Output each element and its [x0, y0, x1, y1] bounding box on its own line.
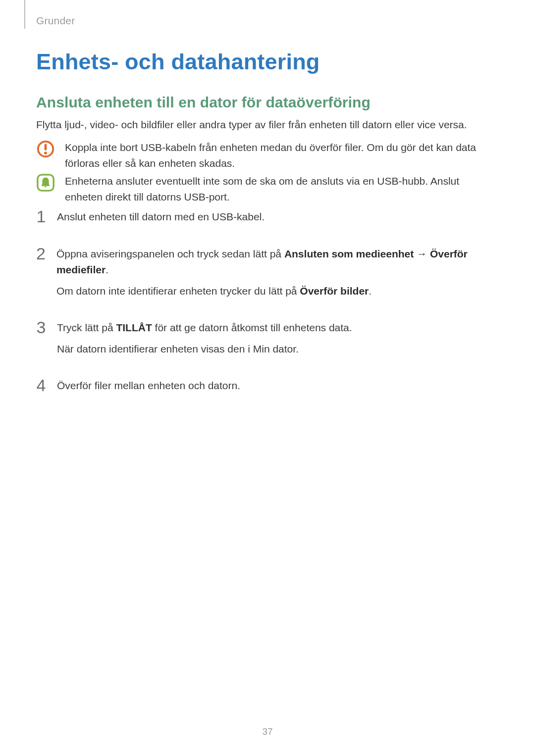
page: Grunder Enhets- och datahantering Anslut… [0, 0, 535, 756]
breadcrumb: Grunder [36, 15, 75, 27]
step-text: När datorn identifierar enheten visas de… [57, 341, 352, 357]
warning-icon [36, 140, 55, 158]
callout-warning: Koppla inte bort USB-kabeln från enheten… [36, 140, 482, 171]
step-body: Anslut enheten till datorn med en USB-ka… [57, 209, 265, 230]
page-number: 37 [0, 726, 535, 737]
bell-icon [36, 173, 55, 192]
callout-info: Enheterna ansluter eventuellt inte som d… [36, 173, 482, 204]
step-text: Överför filer mellan enheten och datorn. [57, 378, 240, 394]
text-fragment: . [106, 264, 108, 275]
intro-text: Flytta ljud-, video- och bildfiler eller… [36, 118, 467, 132]
step-number: 2 [36, 245, 46, 262]
section-subtitle: Ansluta enheten till en dator för dataöv… [36, 94, 371, 111]
callout-info-text: Enheterna ansluter eventuellt inte som d… [65, 173, 482, 204]
header-rule [24, 0, 25, 29]
step-text: Om datorn inte identifierar enheten tryc… [56, 283, 482, 300]
step-text: Öppna aviseringspanelen och tryck sedan … [56, 246, 482, 278]
step-text: Tryck lätt på TILLÅT för att ge datorn å… [57, 320, 352, 336]
text-fragment: Tryck lätt på [57, 322, 116, 333]
step-1: 1 Anslut enheten till datorn med en USB-… [36, 209, 482, 230]
step-body: Tryck lätt på TILLÅT för att ge datorn å… [57, 320, 352, 362]
step-text: Anslut enheten till datorn med en USB-ka… [57, 209, 265, 225]
step-4: 4 Överför filer mellan enheten och dator… [36, 378, 482, 399]
step-number: 4 [36, 377, 46, 394]
step-3: 3 Tryck lätt på TILLÅT för att ge datorn… [36, 320, 482, 362]
step-number: 3 [36, 319, 46, 336]
steps-list: 1 Anslut enheten till datorn med en USB-… [36, 209, 482, 415]
text-fragment: Om datorn inte identifierar enheten tryc… [56, 285, 300, 297]
svg-rect-1 [45, 144, 47, 151]
page-title: Enhets- och datahantering [36, 49, 320, 75]
svg-point-2 [44, 151, 47, 154]
text-fragment: för att ge datorn åtkomst till enhetens … [152, 322, 352, 333]
bold-text: TILLÅT [116, 322, 152, 333]
arrow-text: → [414, 248, 430, 259]
bold-text: Överför bilder [300, 285, 369, 297]
step-body: Öppna aviseringspanelen och tryck sedan … [56, 246, 482, 304]
text-fragment: . [369, 285, 372, 297]
step-2: 2 Öppna aviseringspanelen och tryck seda… [36, 246, 482, 304]
bold-text: Ansluten som medieenhet [284, 248, 414, 259]
step-number: 1 [36, 208, 46, 225]
text-fragment: Öppna aviseringspanelen och tryck sedan … [56, 248, 284, 259]
step-body: Överför filer mellan enheten och datorn. [57, 378, 240, 399]
callout-warning-text: Koppla inte bort USB-kabeln från enheten… [65, 140, 482, 171]
